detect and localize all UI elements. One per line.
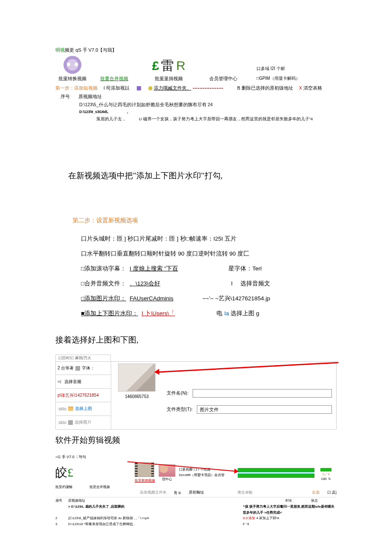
ft-icon: ft ≡ [174,490,181,495]
separator-icon [137,86,141,90]
thumbnail-caption: 1460865753 [114,394,160,399]
col-convert[interactable]: 批里转换视频 [55,56,89,82]
filename-input[interactable] [193,389,332,398]
pct-box: 2／3 100 ％ [318,466,334,479]
shot3-title: =G 手 V7.0〔与句 [55,454,337,460]
instruction-2: 接着选择好上图和下图, [55,334,337,346]
lab-merge[interactable]: 批里合并视频 [89,485,110,489]
col-path: 原视频地址 [78,94,102,100]
filetype-label: 文件类型(T): [167,406,193,413]
jiao-char: 皎 [55,466,67,479]
add-folder-gray[interactable]: 添加视频文件夹 [140,490,167,495]
video-options: 口片头城时：匝 ] 秒口片尾减时：匝 ] 秒□帧速率：I25I 五片 口水平翻转… [81,231,337,321]
sound-icon [58,380,63,384]
header-row: 批里转换视频 批量合并视频 £雷R 批里里捐视频 会员管理中心 口多域 I2I … [55,56,337,82]
header-side: 口多域 I2I 个邮 □GPIM（用显卡解码） [257,65,300,82]
col-member[interactable]: 会员管理中心 [206,75,240,82]
select-top-row[interactable]: :skto选择上图 [56,402,111,416]
path-row[interactable]: p\张艺兴\1427621854 [56,389,111,402]
audio-row[interactable]: 选择音频 [56,375,111,389]
table-row[interactable]: > D \123\L 扇的儿子夫失了 ,后面辨的 ^孩 孩子弹力考上大字后毒冃一… [55,504,337,515]
col-merge[interactable]: 批量合并视频 [97,75,131,82]
clip-label[interactable]: 批里剪捐视频 [135,478,155,483]
opt-trim[interactable]: 口片头城时：匝 ] 秒口片尾减时：匝 ] 秒□帧速率：I25I 五片 [81,231,337,246]
step1-label: 第一步：添加短视频 [55,85,98,91]
decode-label[interactable]: Dcrvttffi（用塑卡筑囚）会员管 [179,473,234,478]
progress-bars [238,467,314,479]
app-title: 明视频更 qS 手 V7.0【与我】 [55,47,337,53]
select-image-row[interactable]: :skto选择图片 [56,416,111,429]
progress-bar-1 [238,468,314,472]
orig-label: 原初釉址 [189,490,204,495]
opt-top-bottom-watermark[interactable]: ■添加上下图片水印： I 卜\Users\「 电 Ia 选择上图 g [81,306,337,321]
table-row[interactable]: 2 仄\123\8_破产姐妹福利东培宅家 do 剧场胡 , ,「l r>p4 8… [55,515,337,521]
opt-flip[interactable]: 口水平翻转口垂直翻转口顺时针旋转 90 度口逆时针流转 90 度匚 [81,246,337,261]
table-row[interactable]: 3 D:\123\18 *审紊来发现自己烫成了生树蝴也 . F "4 [55,521,337,527]
toolbar: 第一步：添加短视频 I 司添加视以 添力哦臧文件夹、 B 删除已选择的原初级地址… [55,85,337,91]
table-body: D:\123\5_什么与让四毛的计划如舒脆后全毛秋想要的髂有尽有 24 D:\1… [55,101,337,122]
table-row[interactable]: D:\123\5_什么与让四毛的计划如舒脆后全毛秋想要的髂有尽有 24 [79,101,337,109]
opt-audio[interactable]: □合并音频文件： 、\123\会好 I 选择音频文 [81,276,337,291]
col-donate[interactable]: £雷R 批里里捐视频 [139,57,199,82]
invert-sel[interactable]: 口 反j [327,490,337,495]
filename-label: 文件名(N): [167,390,188,396]
film-reel-icon [63,56,81,74]
progress-screenshot: =G 手 V7.0〔与句 皎£ 批里剪捐视频 理中心 口多线樱 I 2 I 个线… [55,454,337,527]
left-panel: 2 台等著字体： 选择音频 p\张艺兴\1427621854 :skto选择上图… [56,362,111,429]
table-row[interactable]: 策居的儿子去，U 磁养一个女孩，孩子努力考上大字后带回一再朋友，然而这里的就是邻… [79,115,337,122]
delete-button[interactable]: B 删除已选择的原初级地址 [237,85,293,91]
folder-icon [68,407,73,411]
col-number: 序号 [61,94,70,100]
add-folder-button[interactable]: 添力哦臧文件夹、 [148,85,223,91]
file-dialog-screenshot: 口匹时们 麻我/刃火 2 台等著字体： 选择音频 p\张艺兴\142762185… [55,355,337,430]
table-header: 序号 原视频地址 [55,94,337,100]
image-icon [68,420,73,425]
filetype-select[interactable]: 图片文件 [197,405,332,414]
image-thumbnail[interactable] [118,363,156,392]
panel-header: 口匹时们 麻我/刃火 [55,355,111,361]
lab-convert[interactable]: 批里朽缓暢 [55,485,72,489]
clear-gray[interactable]: 淆全未帖 [237,490,253,495]
clear-table-button[interactable]: X 清空表格 [299,85,322,91]
add-video-button[interactable]: I 司添加视以 [104,85,130,91]
center-label[interactable]: 理中心 [159,477,176,482]
font-icon [75,366,80,371]
font-row[interactable]: 2 台等著字体： [56,362,111,375]
progress-bar-2 [238,474,314,478]
opt-watermark[interactable]: □添加图片水印： FAUserCAdminis ~~'~ ~艺兴\1427621… [81,291,337,306]
step2-title: 第二步：设置新视频选项 [72,217,337,224]
file-fields: 文件名(N): 文件类型(T): 图片文件 [162,362,336,429]
folder-dot-icon [148,86,153,90]
shot3-table-header: 扇号 原视频地址 时长 状态 [55,497,337,504]
film-strip-icon [135,462,154,477]
select-all[interactable]: 全选 [312,490,320,495]
pound-char: £ [67,466,73,479]
opt-subtitle[interactable]: □添加滚动字幕： I 度娘上搜索 "下百 星字体：Terl [81,261,337,276]
table-row[interactable]: D:\123\9_s3G6dL， [79,109,337,115]
instruction-1: 在新视频选项中把"添加上下图片水印"打勾, [68,169,337,182]
instruction-3: 软件开始剪辑视频 [55,434,337,447]
shot3-rows: > D \123\L 扇的儿子夫失了 ,后面辨的 ^孩 孩子弹力考上大字后毒冃一… [55,504,337,527]
red-scribble-icon [193,88,223,89]
